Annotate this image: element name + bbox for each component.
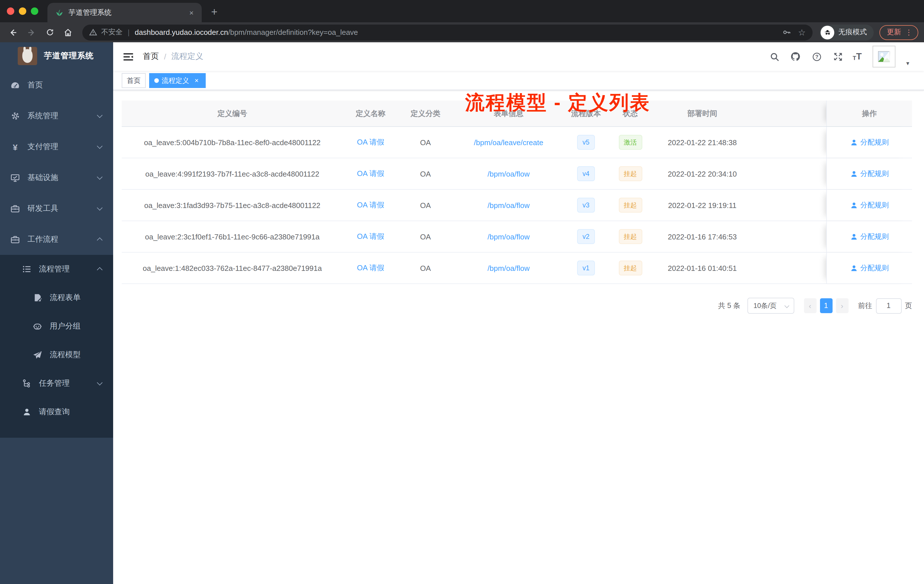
- version-badge: v3: [578, 198, 594, 213]
- incognito-icon: [820, 25, 834, 39]
- cell-deploy-time: 2022-01-16 17:46:53: [653, 221, 751, 252]
- cell-definition-id: oa_leave:1:482ec033-762a-11ec-8477-a2380…: [122, 252, 343, 284]
- pagination-total: 共 5 条: [718, 301, 740, 310]
- window-minimize-button[interactable]: [19, 7, 26, 15]
- form-info-link[interactable]: /bpm/oa/leave/create: [474, 138, 543, 147]
- page-size-select[interactable]: 10条/页: [747, 298, 794, 314]
- sidebar-item-process-management[interactable]: 流程管理: [0, 255, 113, 284]
- sidebar-item-workflow[interactable]: 工作流程: [0, 224, 113, 255]
- definition-name-link[interactable]: OA 请假: [357, 263, 384, 273]
- chevron-down-icon: [97, 380, 102, 385]
- security-label[interactable]: 不安全: [101, 27, 122, 37]
- form-info-link[interactable]: /bpm/oa/flow: [487, 232, 530, 241]
- reload-icon[interactable]: [42, 25, 57, 40]
- assign-rule-label: 分配规则: [860, 200, 889, 210]
- user-icon: [850, 233, 858, 240]
- sidebar-item-label: 请假查询: [39, 407, 70, 417]
- column-header-filler: [751, 101, 826, 126]
- sidebar-item-infra[interactable]: 基础设施: [0, 162, 113, 193]
- assign-rule-label: 分配规则: [860, 232, 889, 241]
- status-badge: 激活: [619, 135, 642, 150]
- new-tab-button[interactable]: +: [207, 5, 222, 20]
- browser-tab[interactable]: 芋道管理系统 ×: [48, 3, 202, 22]
- prev-page-button[interactable]: ‹: [804, 298, 816, 313]
- user-icon: [850, 170, 858, 177]
- screen: 芋道管理系统 × + 不安全 | dashboard.yudao.iocoder…: [0, 0, 924, 584]
- sidebar-item-payment[interactable]: ¥ 支付管理: [0, 132, 113, 162]
- active-dot: [154, 78, 159, 82]
- goto-page-input[interactable]: [876, 298, 901, 313]
- definition-name-link[interactable]: OA 请假: [357, 231, 384, 242]
- sidebar-item-process-form[interactable]: 流程表单: [0, 284, 113, 312]
- tag-close-icon[interactable]: ×: [193, 73, 201, 87]
- caret-down-icon[interactable]: ▼: [905, 61, 910, 66]
- breadcrumb: 首页 / 流程定义: [143, 51, 203, 62]
- column-header: 定义名称: [343, 101, 398, 126]
- sidebar-logo[interactable]: 芋道管理系统: [0, 42, 113, 70]
- sidebar-item-leave-query[interactable]: 请假查询: [0, 398, 113, 426]
- browser-menu-update-button[interactable]: 更新 ⋮: [879, 25, 918, 40]
- assign-rule-button[interactable]: 分配规则: [850, 263, 889, 273]
- chevron-up-icon: [97, 238, 102, 243]
- sidebar-item-devtools[interactable]: 研发工具: [0, 193, 113, 224]
- fullscreen-icon[interactable]: [832, 50, 844, 63]
- tag-home[interactable]: 首页: [122, 73, 146, 88]
- form-info-link[interactable]: /bpm/oa/flow: [487, 264, 530, 272]
- cell-deploy-time: 2022-01-22 19:19:11: [653, 190, 751, 221]
- form-info-link[interactable]: /bpm/oa/flow: [487, 201, 530, 210]
- status-badge: 挂起: [619, 261, 642, 276]
- tab-close-icon[interactable]: ×: [187, 8, 196, 17]
- sidebar-item-label: 工作流程: [27, 234, 58, 244]
- sidebar-item-task-management[interactable]: 任务管理: [0, 369, 113, 398]
- browser-toolbar: 不安全 | dashboard.yudao.iocoder.cn/bpm/man…: [0, 22, 924, 42]
- assign-rule-button[interactable]: 分配规则: [850, 200, 889, 210]
- sidebar-item-user-group[interactable]: 用户分组: [0, 312, 113, 341]
- assign-rule-button[interactable]: 分配规则: [850, 232, 889, 241]
- next-page-button[interactable]: ›: [836, 298, 848, 313]
- address-bar[interactable]: 不安全 | dashboard.yudao.iocoder.cn/bpm/man…: [82, 24, 813, 40]
- main-area: 首页 / 流程定义 ? T: [113, 42, 924, 584]
- github-icon[interactable]: [789, 50, 802, 63]
- sidebar-item-process-model[interactable]: 流程模型: [0, 341, 113, 369]
- forward-icon[interactable]: [24, 25, 39, 40]
- table-row: oa_leave:4:991f2193-7b7f-11ec-a3c8-acde4…: [122, 158, 912, 190]
- goto-label: 前往: [858, 301, 872, 310]
- cell-filler: [751, 190, 826, 221]
- assign-rule-button[interactable]: 分配规则: [850, 137, 889, 147]
- sidebar-item-home[interactable]: 首页: [0, 70, 113, 101]
- url-host[interactable]: dashboard.yudao.iocoder.cn: [135, 28, 228, 36]
- definition-name-link[interactable]: OA 请假: [357, 137, 384, 147]
- search-icon[interactable]: [768, 50, 780, 63]
- cell-category: OA: [398, 221, 452, 252]
- definition-name-link[interactable]: OA 请假: [357, 168, 384, 179]
- window-zoom-button[interactable]: [31, 7, 38, 15]
- tag-label: 流程定义: [162, 73, 189, 87]
- annotation-overlay: 流程模型 - 定义列表: [465, 90, 650, 116]
- user-icon: [850, 139, 858, 146]
- definition-name-link[interactable]: OA 请假: [357, 200, 384, 210]
- tag-process-definition[interactable]: 流程定义 ×: [149, 73, 206, 88]
- sidebar-item-system[interactable]: 系统管理: [0, 101, 113, 132]
- chevron-down-icon: [97, 112, 102, 118]
- pagination: 共 5 条 10条/页 ‹ 1 › 前往 页: [122, 298, 912, 314]
- assign-rule-button[interactable]: 分配规则: [850, 169, 889, 178]
- column-header: 定义编号: [122, 101, 343, 126]
- help-icon[interactable]: ?: [810, 50, 823, 63]
- back-icon[interactable]: [6, 25, 21, 40]
- breadcrumb-home[interactable]: 首页: [143, 51, 159, 62]
- table-body: oa_leave:5:004b710b-7b8a-11ec-8ef0-acde4…: [122, 127, 912, 284]
- avatar-broken-image[interactable]: [873, 46, 896, 68]
- form-info-link[interactable]: /bpm/oa/flow: [487, 170, 530, 178]
- cell-filler: [751, 252, 826, 284]
- hamburger-icon[interactable]: [118, 46, 138, 67]
- home-icon[interactable]: [61, 25, 76, 40]
- key-icon[interactable]: [781, 28, 791, 36]
- table-row: oa_leave:3:1fad3d93-7b75-11ec-a3c8-acde4…: [122, 190, 912, 221]
- window-close-button[interactable]: [7, 7, 14, 15]
- star-icon[interactable]: ☆: [798, 28, 806, 36]
- font-size-icon[interactable]: TT: [853, 52, 862, 61]
- table-row: oa_leave:2:3c1f0ef1-76b1-11ec-9c66-a2380…: [122, 221, 912, 252]
- url-path[interactable]: /bpm/manager/definition?key=oa_leave: [228, 28, 358, 36]
- kebab-menu-icon[interactable]: ⋮: [905, 28, 912, 36]
- page-number-1[interactable]: 1: [820, 298, 832, 313]
